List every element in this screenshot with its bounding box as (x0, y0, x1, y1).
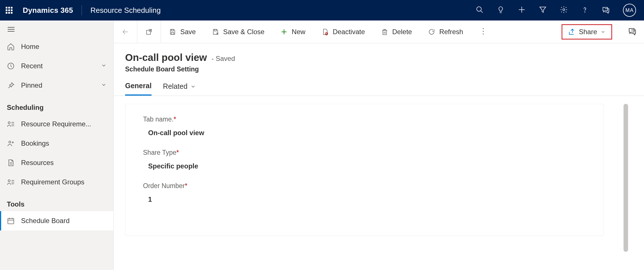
module-name[interactable]: Resource Scheduling (90, 6, 161, 15)
sidebar-item-bookings[interactable]: Bookings (0, 134, 113, 153)
share-button[interactable]: Share (562, 24, 612, 40)
delete-button[interactable]: Delete (373, 20, 420, 43)
sidebar-section-tools: Tools (0, 192, 113, 211)
field-value: On-call pool view (143, 129, 586, 137)
cmd-label: New (292, 28, 305, 36)
nav-collapse-button[interactable] (0, 23, 113, 37)
avatar[interactable]: MA (623, 4, 636, 17)
page-title: On-call pool view (125, 52, 207, 63)
sidebar-item-schedule-board[interactable]: Schedule Board (0, 211, 113, 230)
page-header: On-call pool view - Saved Schedule Board… (114, 43, 644, 73)
sidebar-item-label: Bookings (21, 139, 49, 147)
field-label: Order Number (143, 182, 185, 189)
new-button[interactable]: New (272, 20, 313, 43)
svg-rect-31 (171, 32, 174, 34)
plus-icon[interactable] (518, 6, 526, 15)
app-launcher-icon[interactable] (6, 7, 13, 14)
cmd-label: Save & Close (223, 28, 264, 36)
svg-point-0 (477, 7, 481, 11)
brand-name[interactable]: Dynamics 365 (23, 6, 73, 15)
help-icon[interactable] (581, 6, 589, 15)
lightbulb-icon[interactable] (497, 6, 505, 15)
form-tabs: General Related (114, 73, 644, 96)
sidebar-item-label: Pinned (21, 81, 42, 89)
filter-icon[interactable] (539, 6, 547, 15)
field-share-type[interactable]: Share Type* Specific people (143, 149, 586, 170)
cmd-label: Refresh (439, 28, 463, 36)
chat-icon[interactable] (602, 6, 610, 15)
sidebar-item-recent[interactable]: Recent (0, 56, 113, 76)
cmd-label: Share (579, 28, 597, 36)
sidebar-item-label: Requirement Groups (21, 178, 84, 186)
tab-related[interactable]: Related (163, 82, 196, 96)
overflow-menu[interactable]: ⋯ (471, 20, 496, 43)
cmd-label: Save (180, 28, 196, 36)
assistant-pane-icon[interactable] (621, 27, 644, 37)
sidebar-item-resources[interactable]: Resources (0, 153, 113, 172)
sidebar-item-label: Recent (21, 62, 43, 70)
popout-button[interactable] (137, 20, 161, 43)
svg-point-19 (8, 180, 10, 182)
deactivate-button[interactable]: Deactivate (313, 20, 373, 43)
divider (82, 5, 82, 15)
tab-label: General (125, 82, 152, 90)
scrollbar[interactable] (624, 104, 628, 252)
svg-line-1 (481, 11, 483, 13)
field-tab-name[interactable]: Tab name.* On-call pool view (143, 116, 586, 137)
svg-point-14 (9, 141, 11, 143)
form-card: Tab name.* On-call pool view Share Type*… (125, 104, 604, 236)
svg-point-10 (8, 122, 10, 124)
field-label: Tab name. (143, 116, 173, 123)
dots-icon: ⋯ (479, 27, 488, 36)
sidebar-section-scheduling: Scheduling (0, 95, 113, 114)
cmd-label: Delete (392, 28, 412, 36)
refresh-button[interactable]: Refresh (420, 20, 471, 43)
cmd-label: Deactivate (333, 28, 365, 36)
sidebar-item-label: Resources (21, 159, 54, 167)
gear-icon[interactable] (560, 6, 568, 15)
sidebar-item-home[interactable]: Home (0, 37, 113, 56)
app-header: Dynamics 365 Resource Scheduling MA (0, 0, 644, 20)
sidebar-item-resource-requirements[interactable]: Resource Requireme... (0, 114, 113, 134)
saved-indicator: - Saved (212, 55, 235, 63)
tab-label: Related (163, 82, 187, 90)
field-value: 1 (143, 195, 586, 203)
sidebar-item-label: Home (21, 43, 39, 51)
back-button[interactable] (114, 20, 137, 43)
chevron-down-icon (101, 62, 107, 70)
field-order-number[interactable]: Order Number* 1 (143, 182, 586, 203)
svg-rect-23 (8, 219, 14, 224)
tab-general[interactable]: General (125, 82, 152, 96)
command-bar: Save Save & Close New Deactivate Delete (114, 20, 644, 43)
svg-point-4 (563, 9, 565, 11)
sidebar-item-requirement-groups[interactable]: Requirement Groups (0, 172, 113, 192)
svg-rect-32 (214, 29, 216, 31)
entity-name: Schedule Board Setting (125, 65, 633, 73)
sidebar: Home Recent Pinned Scheduling Resource R… (0, 20, 114, 270)
sidebar-item-label: Schedule Board (21, 217, 70, 225)
sidebar-item-pinned[interactable]: Pinned (0, 76, 113, 95)
svg-rect-30 (171, 29, 174, 31)
search-icon[interactable] (476, 6, 484, 15)
sidebar-item-label: Resource Requireme... (21, 120, 91, 128)
save-close-button[interactable]: Save & Close (204, 20, 272, 43)
svg-point-5 (585, 12, 585, 12)
chevron-down-icon (101, 81, 107, 89)
save-button[interactable]: Save (161, 20, 204, 43)
svg-rect-39 (383, 30, 386, 34)
field-value: Specific people (143, 162, 586, 170)
field-label: Share Type (143, 149, 176, 156)
chevron-down-icon (190, 84, 196, 89)
svg-line-29 (149, 29, 152, 32)
